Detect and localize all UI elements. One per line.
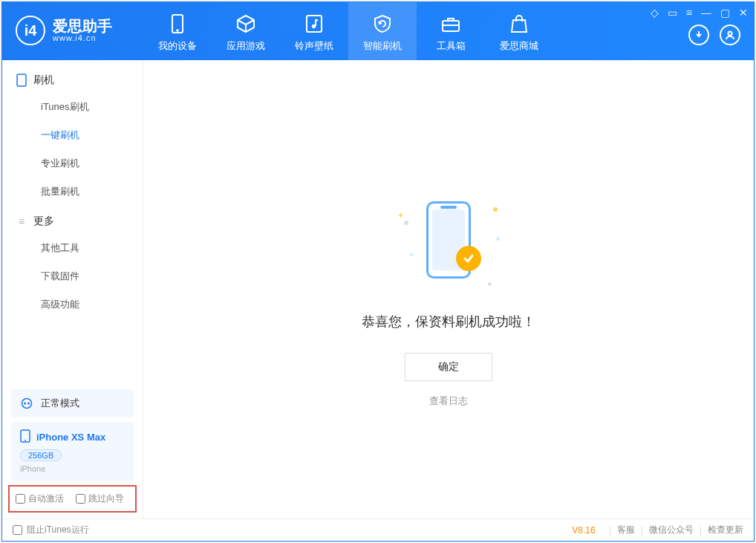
sidebar-item-itunes-flash[interactable]: iTunes刷机 [2, 93, 143, 121]
tab-label: 工具箱 [417, 39, 485, 53]
ok-button[interactable]: 确定 [405, 353, 492, 381]
account-button[interactable] [720, 25, 740, 45]
tab-app-games[interactable]: 应用游戏 [212, 2, 280, 60]
sidebar-footer: 正常模式 iPhone XS Max 256GB iPhone 自 [2, 385, 143, 518]
sparkle-icon: + [495, 234, 501, 244]
dot-icon [410, 253, 413, 256]
music-note-icon [280, 13, 348, 35]
maximize-icon[interactable]: ▢ [720, 7, 730, 19]
success-illustration: + + [397, 201, 501, 290]
content-pane: + + 恭喜您，保资料刷机成功啦！ 确定 查看日志 [143, 60, 754, 518]
sidebar-section-more: ≡ 更多 其他工具 下载固件 高级功能 [2, 206, 143, 319]
settings-icon[interactable]: ▭ [668, 7, 677, 19]
more-section-icon: ≡ [16, 215, 27, 227]
svg-rect-6 [17, 74, 26, 86]
link-wechat[interactable]: 微信公众号 [649, 524, 694, 536]
mode-label: 正常模式 [41, 397, 79, 410]
sidebar-item-pro-flash[interactable]: 专业刷机 [2, 149, 143, 178]
tab-smart-flash[interactable]: 智能刷机 [348, 2, 417, 60]
checkbox-skip-guide[interactable]: 跳过向导 [76, 492, 124, 505]
view-log-link[interactable]: 查看日志 [429, 394, 468, 408]
logo-icon: i4 [16, 16, 45, 45]
checkbox-label: 跳过向导 [88, 492, 124, 505]
app-domain: www.i4.cn [53, 33, 112, 42]
close-icon[interactable]: ✕ [739, 7, 748, 19]
checkbox-skip-guide-input[interactable] [76, 494, 85, 504]
minimize-icon[interactable]: — [701, 7, 711, 19]
bag-icon [485, 13, 553, 35]
device-name: iPhone XS Max [36, 432, 105, 443]
sidebar-section-title: 更多 [33, 215, 54, 228]
app-title: 爱思助手 [53, 19, 112, 33]
link-support[interactable]: 客服 [617, 524, 635, 536]
tab-label: 我的设备 [143, 39, 212, 53]
menu-icon[interactable]: ≡ [686, 7, 692, 19]
sidebar-item-oneclick-flash[interactable]: 一键刷机 [2, 121, 143, 149]
checkbox-auto-activate[interactable]: 自动激活 [16, 492, 64, 505]
dot-icon [488, 282, 492, 286]
device-phone-icon [20, 429, 30, 445]
device-info-box[interactable]: iPhone XS Max 256GB iPhone [11, 422, 134, 481]
sidebar: 刷机 iTunes刷机 一键刷机 专业刷机 批量刷机 ≡ 更多 其他工具 下载固… [2, 60, 143, 518]
svg-point-5 [729, 32, 732, 36]
device-capacity: 256GB [20, 449, 62, 461]
dot-icon [404, 221, 408, 225]
logo: i4 爱思助手 www.i4.cn [2, 2, 143, 45]
version-label: V8.16 [572, 525, 595, 536]
tab-label: 铃声壁纸 [280, 39, 348, 53]
toolbox-icon [417, 13, 485, 35]
checkbox-label: 阻止iTunes运行 [27, 524, 89, 536]
highlighted-options: 自动激活 跳过向导 [8, 485, 137, 513]
header-aux-buttons [688, 25, 740, 45]
refresh-shield-icon [348, 13, 417, 35]
tab-toolbox[interactable]: 工具箱 [417, 2, 485, 60]
link-check-update[interactable]: 检查更新 [708, 524, 743, 536]
sidebar-section-title: 刷机 [33, 74, 54, 87]
sidebar-item-batch-flash[interactable]: 批量刷机 [2, 178, 143, 206]
svg-point-9 [27, 403, 30, 405]
device-type: iPhone [20, 464, 125, 473]
app-window: i4 爱思助手 www.i4.cn 我的设备 应用游戏 [1, 1, 755, 542]
checkbox-label: 自动激活 [28, 492, 64, 505]
tab-ringtone-wallpaper[interactable]: 铃声壁纸 [280, 2, 348, 60]
tab-store[interactable]: 爱思商城 [485, 2, 553, 60]
dot-icon [493, 207, 498, 212]
device-icon [143, 13, 212, 35]
top-nav: 我的设备 应用游戏 铃声壁纸 智能刷机 [143, 2, 553, 60]
status-bar: 阻止iTunes运行 V8.16 | 客服 | 微信公众号 | 检查更新 [2, 518, 754, 541]
download-manager-button[interactable] [688, 25, 709, 45]
main-body: 刷机 iTunes刷机 一键刷机 专业刷机 批量刷机 ≡ 更多 其他工具 下载固… [2, 60, 754, 518]
checkbox-auto-activate-input[interactable] [16, 494, 25, 504]
tab-label: 应用游戏 [212, 39, 280, 53]
checkbox-block-itunes[interactable] [13, 525, 22, 535]
tab-label: 爱思商城 [485, 39, 553, 53]
tab-my-device[interactable]: 我的设备 [143, 2, 212, 60]
device-mode-box[interactable]: 正常模式 [11, 389, 134, 417]
svg-point-1 [177, 30, 179, 32]
sidebar-section-flash: 刷机 iTunes刷机 一键刷机 专业刷机 批量刷机 [2, 65, 143, 206]
svg-point-8 [24, 403, 26, 405]
sidebar-item-advanced[interactable]: 高级功能 [2, 290, 143, 319]
svg-point-3 [312, 25, 316, 28]
success-headline: 恭喜您，保资料刷机成功啦！ [362, 313, 535, 331]
window-controls: ◇ ▭ ≡ — ▢ ✕ [651, 7, 748, 19]
svg-point-11 [25, 440, 26, 441]
sidebar-item-download-firmware[interactable]: 下载固件 [2, 262, 143, 290]
flash-section-icon [16, 74, 27, 86]
tab-label: 智能刷机 [348, 39, 417, 53]
check-badge-icon [456, 246, 481, 271]
title-bar: i4 爱思助手 www.i4.cn 我的设备 应用游戏 [2, 2, 754, 60]
svg-point-7 [22, 399, 32, 409]
svg-rect-2 [307, 16, 322, 32]
sparkle-icon: + [398, 210, 403, 221]
sidebar-item-other-tools[interactable]: 其他工具 [2, 234, 143, 262]
theme-icon[interactable]: ◇ [651, 7, 659, 19]
cube-icon [212, 13, 280, 35]
mode-icon [20, 397, 33, 410]
